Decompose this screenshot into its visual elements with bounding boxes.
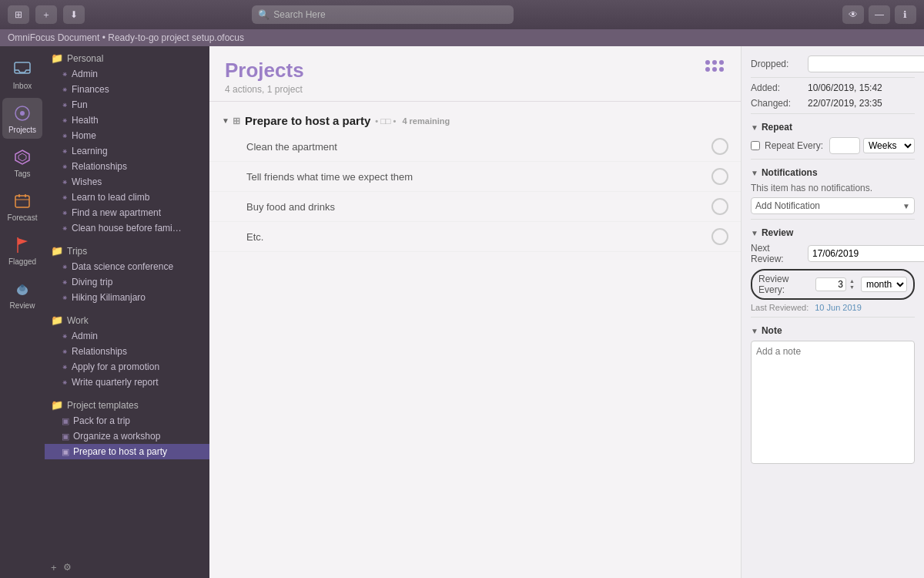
item-dots-icon: ⁕ <box>62 332 68 341</box>
task-complete-btn[interactable] <box>711 198 728 215</box>
task-complete-btn[interactable] <box>711 138 728 155</box>
project-header[interactable]: ▼ ⊞ Prepare to host a party • □□ • 4 rem… <box>209 109 741 132</box>
nav-tags-label: Tags <box>14 170 30 178</box>
dropped-input[interactable] <box>808 55 924 72</box>
sidebar-item-health[interactable]: ⁕ Health <box>45 113 209 128</box>
changed-label: Changed: <box>751 98 805 109</box>
projects-icon <box>12 102 33 124</box>
sidebar-item-pack-trip[interactable]: ▣ Pack for a trip <box>45 413 209 428</box>
review-unit-select[interactable]: months days weeks years <box>861 277 907 292</box>
nav-flagged[interactable]: Flagged <box>2 230 42 271</box>
sidebar-item-prepare-party[interactable]: ▣ Prepare to host a party <box>45 444 209 459</box>
next-review-input[interactable] <box>808 245 924 262</box>
nav-flagged-label: Flagged <box>8 257 36 266</box>
window-control-btn[interactable]: ⊞ <box>8 5 29 24</box>
sidebar-item-lead-climb[interactable]: ⁕ Learn to lead climb <box>45 190 209 205</box>
sidebar-group-templates[interactable]: 📁 Project templates <box>45 393 209 413</box>
sidebar-item-label: Relationships <box>72 161 127 172</box>
svg-rect-0 <box>15 62 30 73</box>
sidebar-item-data-science[interactable]: ⁕ Data science conference <box>45 259 209 274</box>
review-every-stepper[interactable]: ▲ ▼ <box>849 278 855 291</box>
review-every-input[interactable] <box>815 277 846 291</box>
sidebar-item-relationships-work[interactable]: ⁕ Relationships <box>45 344 209 359</box>
template-icon: ▣ <box>62 432 69 442</box>
sidebar-group-work[interactable]: 📁 Work <box>45 308 209 328</box>
review-icon <box>12 278 33 300</box>
stepper-down-icon[interactable]: ▼ <box>849 284 855 291</box>
triangle-icon: ▼ <box>751 169 758 177</box>
sidebar-group-trips[interactable]: 📁 Trips <box>45 239 209 259</box>
sidebar-item-hiking[interactable]: ⁕ Hiking Kilimanjaro <box>45 290 209 305</box>
last-reviewed-value: 10 Jun 2019 <box>815 303 862 312</box>
item-dots-icon: ⁕ <box>62 147 68 156</box>
notifications-section-header[interactable]: ▼ Notifications <box>751 167 915 178</box>
download-btn[interactable]: ⬇ <box>63 5 85 24</box>
item-dots-icon: ⁕ <box>62 363 68 371</box>
note-section-header[interactable]: ▼ Note <box>751 325 915 336</box>
task-complete-btn[interactable] <box>711 168 728 185</box>
note-textarea[interactable] <box>751 341 915 464</box>
item-dots-icon: ⁕ <box>62 193 68 202</box>
nav-tags[interactable]: Tags <box>2 142 42 183</box>
repeat-unit-select[interactable]: Weeks <box>863 138 915 153</box>
folder-icon: 📁 <box>51 52 63 64</box>
search-icon: 🔍 <box>258 9 270 20</box>
last-reviewed-label: Last Reviewed: <box>751 303 808 312</box>
item-dots-icon: ⁕ <box>62 278 68 287</box>
add-item-btn[interactable]: + <box>51 562 57 573</box>
minus-btn[interactable]: — <box>869 5 890 24</box>
repeat-every-input[interactable] <box>829 137 860 154</box>
folder-icon: 📁 <box>51 245 63 257</box>
projects-header: Projects 4 actions, 1 project <box>209 46 741 102</box>
sidebar-item-home[interactable]: ⁕ Home <box>45 128 209 143</box>
review-section-header[interactable]: ▼ Review <box>751 227 915 238</box>
sidebar-item-finances[interactable]: ⁕ Finances <box>45 82 209 97</box>
eye-btn[interactable]: 👁 <box>842 5 864 24</box>
task-complete-btn[interactable] <box>711 228 728 245</box>
dropdown-arrow-icon[interactable]: ▼ <box>902 202 910 210</box>
nav-review[interactable]: Review <box>2 274 42 314</box>
sidebar-item-label: Home <box>72 130 96 141</box>
sidebar-item-wishes[interactable]: ⁕ Wishes <box>45 174 209 190</box>
nav-forecast[interactable]: Forecast <box>2 186 42 227</box>
sidebar-item-clean-house[interactable]: ⁕ Clean house before fami… <box>45 220 209 236</box>
add-btn[interactable]: ＋ <box>35 5 57 24</box>
item-dots-icon: ⁕ <box>62 132 68 140</box>
sidebar-item-admin-work[interactable]: ⁕ Admin <box>45 328 209 344</box>
sidebar-item-new-apartment[interactable]: ⁕ Find a new apartment <box>45 205 209 220</box>
sidebar-item-label: Admin <box>72 331 98 341</box>
nav-inbox[interactable]: Inbox <box>2 54 42 95</box>
search-bar[interactable]: 🔍 Search Here <box>252 5 514 24</box>
review-every-highlight: Review Every: ▲ ▼ months days weeks year… <box>751 269 915 300</box>
sidebar-item-organize-workshop[interactable]: ▣ Organize a workshop <box>45 428 209 444</box>
settings-btn[interactable]: ⚙ <box>63 562 72 573</box>
sidebar-item-admin-personal[interactable]: ⁕ Admin <box>45 66 209 82</box>
info-btn[interactable]: ℹ <box>895 5 916 24</box>
nav-projects[interactable]: Projects <box>2 98 42 139</box>
sidebar-item-relationships-personal[interactable]: ⁕ Relationships <box>45 159 209 174</box>
repeat-section-header[interactable]: ▼ Repeat <box>751 122 915 133</box>
icon-nav: Inbox Projects Tags Forecast Flagged <box>0 46 45 578</box>
template-icon: ▣ <box>62 447 69 457</box>
sidebar-item-label: Diving trip <box>72 277 112 287</box>
stepper-up-icon[interactable]: ▲ <box>849 278 855 284</box>
grid-view-btn[interactable] <box>704 59 725 82</box>
item-dots-icon: ⁕ <box>62 263 68 271</box>
sidebar-item-learning[interactable]: ⁕ Learning <box>45 143 209 159</box>
sidebar-item-apply-promotion[interactable]: ⁕ Apply for a promotion <box>45 359 209 375</box>
add-notification-row[interactable]: Add Notification ▼ <box>751 197 915 214</box>
svg-point-16 <box>705 67 710 72</box>
folder-icon: 📁 <box>51 399 63 411</box>
repeat-checkbox[interactable] <box>751 141 760 150</box>
repeat-section-label: Repeat <box>762 122 792 133</box>
divider <box>751 113 915 114</box>
sidebar-item-quarterly-report[interactable]: ⁕ Write quarterly report <box>45 375 209 390</box>
task-text: Etc. <box>246 231 711 243</box>
sidebar-group-work-label: Work <box>67 315 89 326</box>
projects-title: Projects <box>225 59 304 82</box>
sidebar-item-fun[interactable]: ⁕ Fun <box>45 97 209 113</box>
sidebar-item-diving-trip[interactable]: ⁕ Diving trip <box>45 274 209 290</box>
divider <box>751 77 915 78</box>
sidebar-group-personal[interactable]: 📁 Personal <box>45 46 209 66</box>
svg-marker-4 <box>18 153 26 161</box>
